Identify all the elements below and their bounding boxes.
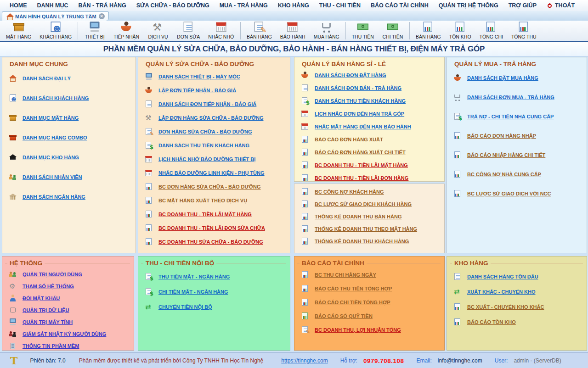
toolbar-button[interactable]: DỊCH VỤ	[143, 21, 173, 41]
panel-link[interactable]: TRẢ NỢ - CHI TIỀN NHÀ CUNG CẤP	[453, 111, 584, 123]
toolbar-button[interactable]: NHẮC NHỞ	[204, 21, 238, 41]
panel-link[interactable]: BÁO CÁO TỒN KHO	[453, 317, 584, 328]
panel-link[interactable]: NHẮC BẢO DƯỠNG LINH KIỆN - PHỤ TÙNG	[145, 167, 287, 178]
menu-item[interactable]: SỬA CHỮA - BẢO DƯỠNG	[131, 0, 215, 11]
panel-link[interactable]: BC DOANH THU - TIỀN LÃI ĐƠN HÀNG	[301, 173, 441, 183]
panel-link[interactable]: DANH SÁCH THU TIỀN KHÁCH HÀNG	[145, 140, 287, 151]
toolbar-button[interactable]: MUA HÀNG	[310, 21, 344, 41]
panel-link[interactable]: THÔNG TIN PHẦN MỀM	[9, 341, 131, 351]
menu-item[interactable]: QUẢN TRỊ HỆ THỐNG	[434, 0, 503, 11]
panel-link[interactable]: DANH SÁCH ĐẠI LÝ	[9, 72, 133, 85]
toolbar-button[interactable]: THU TIỀN	[348, 21, 378, 41]
menu-item-label: SỬA CHỮA - BẢO DƯỠNG	[136, 2, 209, 9]
panel-link[interactable]: DANH MỤC KHO HÀNG	[9, 151, 133, 164]
panel-link[interactable]: DANH MỤC MẶT HÀNG	[9, 112, 133, 124]
toolbar-button[interactable]: CHI TIỀN	[378, 21, 407, 41]
panel-link[interactable]: QUẢN TRỊ DỮ LIỆU	[9, 305, 131, 315]
toolbar-button[interactable]: MẶT HÀNG	[2, 21, 35, 41]
panel-link[interactable]: THAM SỐ HỆ THỐNG	[9, 281, 131, 291]
toolbar-button[interactable]: BẢO HÀNH	[276, 21, 310, 41]
panel-link[interactable]: DANH SÁCH ĐƠN BÁN - TRẢ HÀNG	[301, 83, 441, 93]
calendar-icon	[145, 155, 153, 163]
toolbar-button[interactable]: ĐƠN SỬA	[173, 21, 204, 41]
close-icon[interactable]	[99, 13, 105, 19]
panel-link[interactable]: BÁO CÁO NHẬP HÀNG CHI TIẾT	[453, 149, 584, 161]
toolbar-button[interactable]: BÁN HÀNG	[243, 21, 276, 41]
panel-link[interactable]: BC MẶT HÀNG XUẤT THEO DỊCH VỤ	[145, 195, 287, 206]
panel-link[interactable]: BC DOANH THU - TIỀN LÃI MẶT HÀNG	[301, 160, 441, 170]
panel-link[interactable]: GIÁM SÁT NHẬT KÝ NGƯỜI DÙNG	[9, 329, 131, 339]
panel-link[interactable]: BÁO CÁO THU TIỀN TỔNG HỢP	[301, 283, 441, 294]
menu-item[interactable]: DANH MỤC	[32, 0, 74, 11]
panel-link[interactable]: BC DOANH THU - TIỀN LÃI MẶT HÀNG	[145, 209, 287, 219]
menu-item[interactable]: KHO HÀNG	[273, 0, 314, 11]
panel-link[interactable]: BC DOANH THU, LỢI NHUẬN TỔNG	[301, 324, 441, 335]
toolbar-button[interactable]: KHÁCH HÀNG	[35, 21, 76, 41]
panel-link[interactable]: BC DOANH THU SỬA CHỮA - BẢO DƯỠNG	[145, 236, 287, 247]
panel-link[interactable]: BC XUẤT - CHUYỂN KHO KHÁC	[453, 301, 584, 312]
menu-item[interactable]: TRỢ GIÚP	[503, 0, 542, 11]
panel-link[interactable]: THỐNG KÊ DOANH THU KHÁCH HÀNG	[301, 236, 441, 246]
menu-item[interactable]: THU - CHI TIỀN	[314, 0, 366, 11]
menu-item-label: HOME	[10, 2, 27, 9]
panel-link[interactable]: QUẢN TRỊ NGƯỜI DÙNG	[9, 269, 131, 279]
chart-icon	[301, 161, 309, 169]
panel-link[interactable]: DANH SÁCH HÀNG TỒN ĐẦU	[453, 271, 584, 282]
menu-item[interactable]: THOÁT	[542, 0, 580, 11]
panel-link[interactable]: DANH SÁCH ĐẶT MUA HÀNG	[453, 72, 584, 84]
doc-icon	[182, 21, 195, 33]
panel-link[interactable]: ĐỔI MẬT KHẨU	[9, 293, 131, 303]
panel-link[interactable]: LỊCH NHẮC ĐƠN ĐẾN HẠN TRẢ GÓP	[301, 109, 441, 119]
panel-link[interactable]: LỊCH NHẮC NHỞ BẢO DƯỠNG THIẾT BỊ	[145, 154, 287, 164]
panel-link[interactable]: XUẤT KHÁC - CHUYỂN KHO	[453, 286, 584, 297]
menu-item[interactable]: BÁN - TRẢ HÀNG	[74, 0, 131, 11]
panel-link[interactable]: CHUYỂN TIỀN NỘI BỘ	[145, 301, 287, 312]
toolbar-button[interactable]: TỒN KHO	[445, 21, 475, 41]
panel-link[interactable]: DANH SÁCH ĐƠN MUA - TRẢ HÀNG	[453, 91, 584, 103]
panel-link[interactable]: ĐƠN HÀNG SỬA CHỮA - BẢO DƯỠNG	[145, 126, 287, 137]
panel-link[interactable]: THỐNG KÊ DOANH THU THEO MẶT HÀNG	[301, 224, 441, 234]
panel-link[interactable]: BÁO CÁO ĐƠN HÀNG NHẬP	[453, 130, 584, 142]
toolbar-button[interactable]: BÁN HÀNG	[412, 21, 445, 41]
panel-link[interactable]: DANH SÁCH KHÁCH HÀNG	[9, 92, 133, 105]
menu-item[interactable]: HOME	[5, 0, 32, 11]
calendar-icon	[287, 21, 299, 33]
toolbar-button[interactable]: THIẾT BỊ	[80, 21, 109, 41]
panel-link[interactable]: BÁO CÁO ĐƠN HÀNG XUẤT	[301, 134, 441, 145]
toolbar-button[interactable]: TIẾP NHẬN	[109, 21, 143, 41]
panel-link[interactable]: THỐNG KÊ DOANH THU BÁN HÀNG	[301, 212, 441, 222]
panel-link[interactable]: DANH MỤC HÀNG COMBO	[9, 131, 133, 144]
panel-link[interactable]: LẬP ĐƠN TIẾP NHẬN - BÁO GIÁ	[145, 85, 287, 95]
tools-icon	[145, 114, 153, 122]
panel-link[interactable]: BÁO CÁO SỔ QUỸ TIỀN	[301, 311, 441, 321]
tab-man-hinh-quan-ly-trung-tam[interactable]: MÀN HÌNH QUẢN LÝ TRUNG TÂM	[2, 11, 109, 21]
panel-link[interactable]: BÁO CÁO CHI TIỀN TỔNG HỢP	[301, 297, 441, 307]
home-icon	[6, 13, 13, 20]
menu-item[interactable]: MUA - TRẢ HÀNG	[215, 0, 273, 11]
panel-link[interactable]: BC CÔNG NỢ NHÀ CUNG CẤP	[453, 168, 584, 180]
website-link[interactable]: https://tinnghe.com	[281, 357, 328, 364]
panel-link[interactable]: BC ĐƠN HÀNG SỬA CHỮA - BẢO DƯỠNG	[145, 181, 287, 192]
menu-item[interactable]: BÁO CÁO TÀI CHÍNH	[366, 0, 434, 11]
panel-link[interactable]: BÁO CÁO ĐƠN HÀNG XUẤT CHI TIẾT	[301, 147, 441, 157]
panel-link[interactable]: CHI TIỀN MẶT - NGÂN HÀNG	[145, 286, 287, 297]
panel-link[interactable]: BC LƯỢC SỬ GIAO DỊCH VỚI NCC	[453, 188, 584, 200]
panel-link[interactable]: BC THU CHI HẰNG NGÀY	[301, 269, 441, 280]
panel-link[interactable]: BC LƯỢC SỬ GIAO DỊCH KHÁCH HÀNG	[301, 199, 441, 209]
panel-link[interactable]: QUẢN TRỊ MÁY TÍNH	[9, 317, 131, 327]
toolbar-button[interactable]: TỔNG CHI	[475, 21, 507, 41]
panel-link[interactable]: BC DOANH THU - TIỀN LÃI ĐƠN SỬA CHỮA	[145, 223, 287, 233]
panel-link[interactable]: NHẮC MẶT HÀNG ĐẾN HẠN BẢO HÀNH	[301, 122, 441, 132]
panel-link[interactable]: DANH SÁCH NHÂN VIÊN	[9, 171, 133, 184]
panel-link[interactable]: DANH SÁCH THIẾT BỊ - MÁY MÓC	[145, 71, 287, 82]
panel-link[interactable]: DANH SÁCH ĐƠN ĐẶT HÀNG	[301, 70, 441, 80]
panel-link[interactable]: BC CÔNG NỢ KHÁCH HÀNG	[301, 187, 441, 197]
cart-icon	[453, 93, 462, 101]
panel-link[interactable]: THU TIỀN MẶT - NGÂN HÀNG	[145, 271, 287, 282]
panel-link[interactable]: LẬP ĐƠN HÀNG SỬA CHỮA - BẢO DƯỠNG	[145, 112, 287, 123]
panel-link[interactable]: DANH SÁCH NGÂN HÀNG	[9, 190, 133, 203]
people-icon	[9, 270, 17, 279]
toolbar-button[interactable]: TỔNG THU	[507, 21, 541, 41]
panel-link[interactable]: DANH SÁCH ĐƠN TIẾP NHẬN - BÁO GIÁ	[145, 99, 287, 109]
panel-link[interactable]: DANH SÁCH THU TIỀN KHÁCH HÀNG	[301, 96, 441, 106]
